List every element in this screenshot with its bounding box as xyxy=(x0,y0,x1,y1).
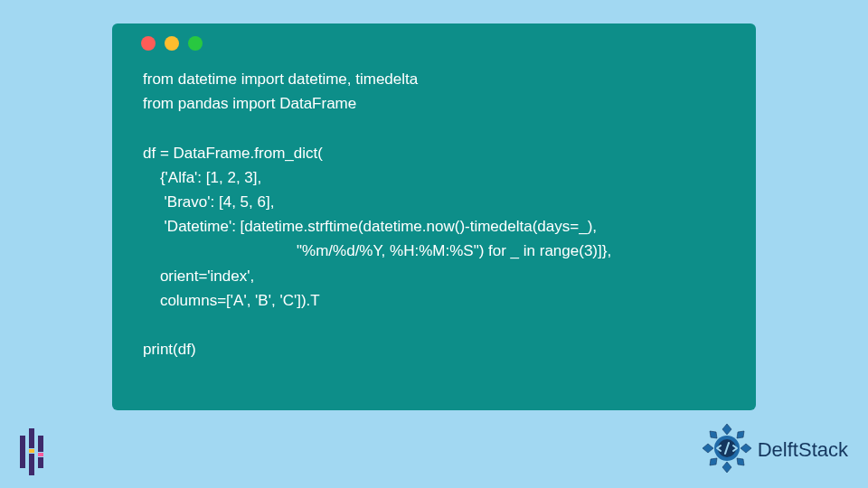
svg-marker-14 xyxy=(737,458,744,465)
code-window: from datetime import datetime, timedelta… xyxy=(112,23,756,410)
svg-rect-6 xyxy=(38,453,43,456)
minimize-icon xyxy=(165,36,179,51)
svg-marker-12 xyxy=(737,431,744,438)
window-controls xyxy=(141,36,738,51)
svg-rect-4 xyxy=(38,436,43,452)
delftstack-logo-icon xyxy=(702,423,752,477)
svg-marker-9 xyxy=(703,444,713,453)
svg-rect-2 xyxy=(29,454,34,475)
left-logo-icon xyxy=(18,428,60,475)
svg-marker-11 xyxy=(710,431,717,438)
svg-rect-3 xyxy=(29,449,34,453)
svg-rect-0 xyxy=(20,436,25,468)
svg-marker-13 xyxy=(710,458,717,465)
svg-rect-5 xyxy=(38,457,43,468)
maximize-icon xyxy=(188,36,203,51)
close-icon xyxy=(141,36,156,51)
brand-text: DelftStack xyxy=(758,438,848,462)
right-logo: DelftStack xyxy=(702,423,848,477)
svg-rect-1 xyxy=(29,428,34,448)
svg-marker-8 xyxy=(722,462,731,473)
svg-marker-7 xyxy=(722,424,731,435)
svg-marker-10 xyxy=(741,444,751,453)
code-block: from datetime import datetime, timedelta… xyxy=(130,67,738,361)
